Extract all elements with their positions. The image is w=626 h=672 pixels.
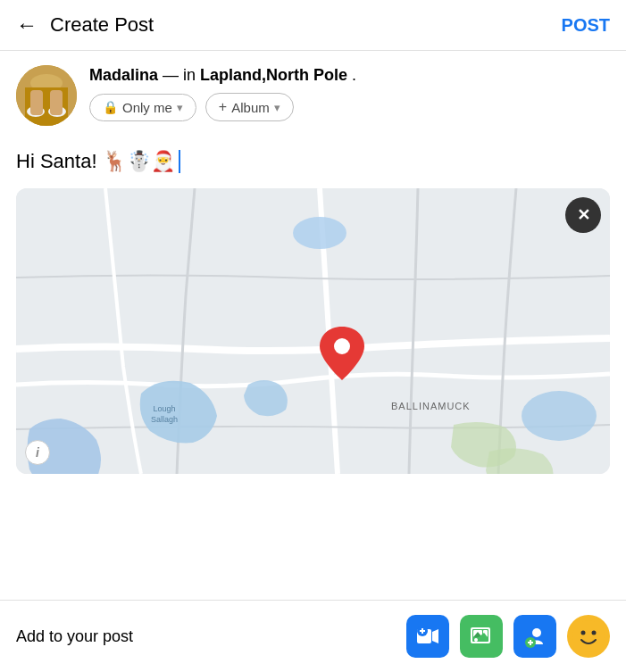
- photo-icon: [470, 625, 493, 648]
- avatar: [16, 65, 77, 126]
- user-row: Madalina — in Lapland,North Pole . 🔒 Onl…: [0, 51, 626, 135]
- svg-text:Lough: Lough: [153, 404, 175, 413]
- map-container: BALLINAMUCK Lough Sallagh ✕ i: [16, 188, 610, 474]
- video-icon: [416, 625, 439, 648]
- svg-point-12: [334, 338, 350, 354]
- post-button[interactable]: POST: [562, 15, 610, 36]
- header-left: ← Create Post: [16, 12, 154, 37]
- album-label: Album: [231, 100, 270, 115]
- add-to-post-label: Add to your post: [16, 627, 133, 646]
- add-icons-row: [406, 615, 610, 658]
- add-to-post-bar: Add to your post: [0, 600, 626, 672]
- svg-marker-17: [432, 629, 438, 643]
- add-tag-button[interactable]: [513, 615, 556, 658]
- album-button[interactable]: + Album ▾: [205, 93, 294, 121]
- emoji-icon: [572, 619, 605, 653]
- header: ← Create Post POST: [0, 0, 626, 51]
- svg-point-10: [293, 217, 346, 249]
- svg-point-33: [581, 631, 586, 635]
- separator: — in: [163, 66, 200, 84]
- add-emoji-button[interactable]: [567, 615, 610, 658]
- add-photo-button[interactable]: [460, 615, 503, 658]
- close-icon: ✕: [577, 207, 590, 223]
- close-map-button[interactable]: ✕: [565, 197, 601, 233]
- post-content: Hi Santa! 🦌☃️🎅: [16, 150, 175, 173]
- chevron-down-icon-album: ▾: [274, 101, 280, 114]
- svg-rect-5: [30, 90, 43, 115]
- privacy-button[interactable]: 🔒 Only me ▾: [89, 94, 196, 121]
- svg-point-11: [522, 391, 597, 441]
- svg-point-28: [532, 628, 541, 637]
- lock-icon: 🔒: [103, 100, 118, 114]
- back-button[interactable]: ←: [16, 12, 38, 37]
- user-name-line: Madalina — in Lapland,North Pole .: [89, 65, 610, 86]
- add-video-button[interactable]: [406, 615, 449, 658]
- text-cursor: [179, 150, 180, 173]
- plus-icon: +: [219, 99, 227, 115]
- user-info: Madalina — in Lapland,North Pole . 🔒 Onl…: [89, 65, 610, 121]
- svg-point-25: [474, 638, 478, 642]
- map-info-button[interactable]: i: [25, 440, 50, 465]
- location: Lapland,North Pole: [200, 66, 347, 84]
- user-name: Madalina: [89, 66, 158, 84]
- privacy-label: Only me: [122, 100, 172, 115]
- svg-point-32: [572, 620, 605, 652]
- page-title: Create Post: [50, 13, 154, 37]
- svg-point-34: [592, 631, 597, 635]
- location-suffix: .: [352, 66, 356, 84]
- info-icon: i: [36, 445, 39, 460]
- tag-icon: [523, 625, 547, 648]
- svg-rect-6: [50, 90, 63, 115]
- svg-text:Sallagh: Sallagh: [151, 415, 178, 424]
- post-text-area[interactable]: Hi Santa! 🦌☃️🎅: [0, 135, 626, 188]
- chevron-down-icon: ▾: [177, 101, 183, 114]
- svg-text:BALLINAMUCK: BALLINAMUCK: [391, 401, 471, 411]
- map-svg: BALLINAMUCK Lough Sallagh: [16, 188, 610, 474]
- controls-row: 🔒 Only me ▾ + Album ▾: [89, 93, 610, 121]
